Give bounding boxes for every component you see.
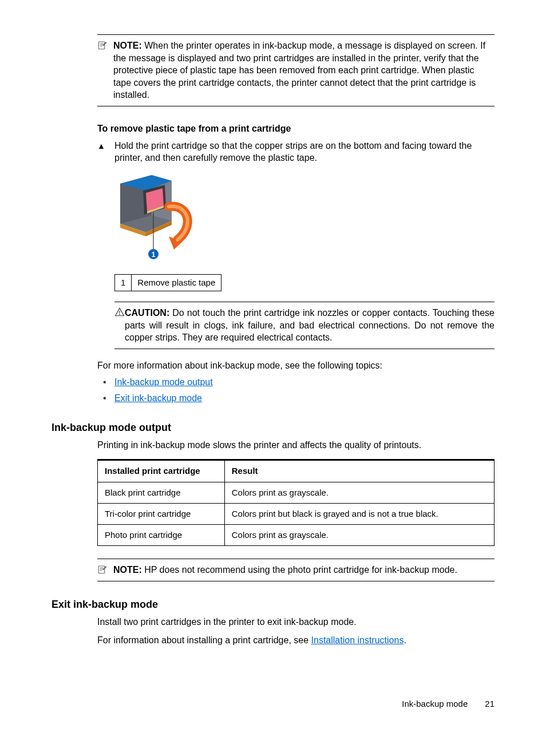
table-header: Installed print cartridge [98,460,225,482]
text-span: For information about installing a print… [97,635,311,645]
note-text: HP does not recommend using the photo pr… [144,565,457,575]
bullet-icon: • [97,376,114,389]
note-box-backup-mode: NOTE: When the printer operates in ink-b… [97,34,494,106]
table-cell: Tri-color print cartridge [98,503,225,524]
footer-title: Ink-backup mode [402,698,468,710]
table-row: Tri-color print cartridge Colors print b… [98,503,494,524]
callout-text: Remove plastic tape [132,274,221,291]
step-marker-icon: ▲ [97,140,114,152]
note-label: NOTE: [113,565,142,575]
section1-intro: Printing in ink-backup mode slows the pr… [97,439,494,452]
figure-callout-table: 1 Remove plastic tape [114,274,221,291]
table-row: Black print cartridge Colors print as gr… [98,482,494,503]
section2-p1: Install two print cartridges in the prin… [97,616,494,628]
note-icon [97,39,113,50]
table-row: Photo print cartridge Colors print as gr… [98,525,494,546]
section2-p2: For information about installing a print… [97,634,494,647]
output-table: Installed print cartridge Result Black p… [97,459,494,546]
text-span: . [403,635,406,645]
callout-number: 1 [115,274,132,291]
table-cell: Colors print as grayscale. [224,525,494,546]
figure-cartridge: 1 1 Remove plastic tape [114,172,494,291]
svg-text:1: 1 [152,251,156,259]
step-text: Hold the print cartridge so that the cop… [114,140,494,164]
table-header: Result [224,460,494,482]
section-heading-exit: Exit ink-backup mode [52,597,494,611]
caution-text: Do not touch the print cartridge ink noz… [125,308,494,342]
caution-label: CAUTION: [125,308,169,318]
note-text: When the printer operates in ink-backup … [113,41,485,100]
caution-icon [114,307,125,320]
footer-page-number: 21 [485,698,494,710]
svg-point-19 [119,314,120,315]
page-footer: Ink-backup mode 21 [52,698,494,710]
section-heading-output: Ink-backup mode output [52,421,494,434]
caution-box: CAUTION: Do not touch the print cartridg… [114,302,494,349]
table-cell: Colors print as grayscale. [224,482,494,503]
table-cell: Colors print but black is grayed and is … [224,503,494,524]
note-label: NOTE: [113,41,142,50]
table-cell: Black print cartridge [98,482,225,503]
bullet-icon: • [97,392,114,405]
link-exit-ink-backup[interactable]: Exit ink-backup mode [114,392,202,405]
link-ink-backup-output[interactable]: Ink-backup mode output [114,376,213,389]
link-installation-instructions[interactable]: Installation instructions [311,635,404,645]
table-cell: Photo print cartridge [98,525,225,546]
note-icon [97,564,113,575]
note-box-photo-cartridge: NOTE: HP does not recommend using the ph… [97,559,494,581]
step-row: ▲ Hold the print cartridge so that the c… [97,140,494,164]
heading-remove-tape: To remove plastic tape from a print cart… [97,122,494,135]
topic-links-list: • Ink-backup mode output • Exit ink-back… [97,376,494,404]
more-info-intro: For more information about ink-backup mo… [97,359,494,372]
